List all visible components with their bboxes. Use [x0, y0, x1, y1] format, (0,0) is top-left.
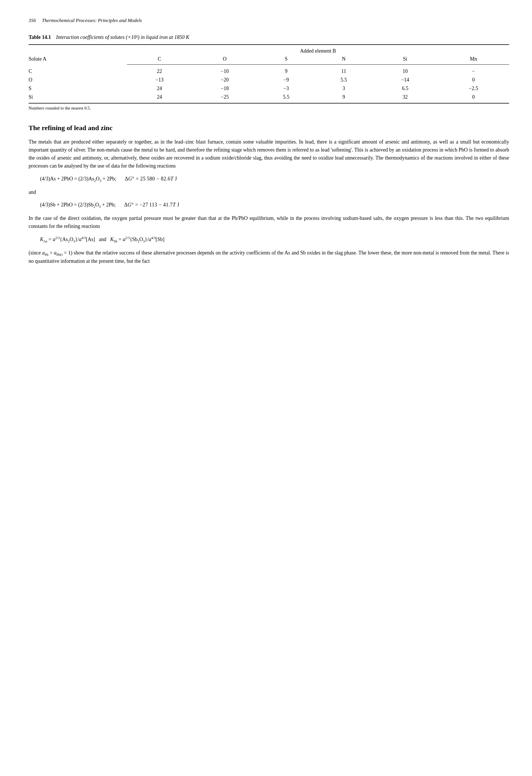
eq2-dg: ΔG° = −27 113 − 41.7T J	[124, 201, 179, 208]
page-number: 356	[29, 18, 36, 23]
row-o: −25	[192, 92, 257, 103]
row-n: 9	[315, 92, 372, 103]
row-s: −3	[257, 84, 315, 92]
col-mn-header: Mn	[438, 55, 509, 65]
row-s: 5.5	[257, 92, 315, 103]
row-mn: −	[438, 64, 509, 75]
row-o: −18	[192, 84, 257, 92]
table-caption: Table 14.1 Interaction coefficients of s…	[29, 33, 509, 41]
equation-1: (4/3)As + 2PbO = (2/3)As2O3 + 2Pb; ΔG° =…	[40, 175, 509, 183]
book-title: Thermochemical Processes: Principles and…	[42, 18, 142, 23]
row-c: 22	[127, 64, 192, 75]
paragraph-3: (since aPb = aPbO = 1) show that the rel…	[29, 249, 509, 265]
col-o-header: O	[192, 55, 257, 65]
eq1-dg: ΔG° = 25 580 − 82.6T J	[124, 175, 177, 182]
section-heading: The refining of lead and zinc	[29, 123, 509, 133]
row-n: 3	[315, 84, 372, 92]
page-header: 356 Thermochemical Processes: Principles…	[29, 17, 509, 24]
row-si: 32	[372, 92, 438, 103]
eq2-formula: (4/3)Sb + 2PbO = (2/3)Sb2O3 + 2Pb;	[40, 201, 115, 209]
interaction-table: Solute A Added element B C O S N Si Mn C…	[29, 44, 509, 104]
added-element-header: Added element B	[127, 45, 509, 55]
col-n-header: N	[315, 55, 372, 65]
row-n: 11	[315, 64, 372, 75]
table-row: Si 24 −25 5.5 9 32 0	[29, 92, 509, 103]
and-connector: and	[29, 188, 509, 196]
equation-2: (4/3)Sb + 2PbO = (2/3)Sb2O3 + 2Pb; ΔG° =…	[40, 201, 509, 209]
k-formula-block: KAs = a2/3{As2O3}/a4/3[As] and KSb = a2/…	[40, 236, 509, 244]
row-mn: −2.5	[438, 84, 509, 92]
row-o: −20	[192, 75, 257, 84]
table-row: S 24 −18 −3 3 6.5 −2.5	[29, 84, 509, 92]
k-formula: KAs = a2/3{As2O3}/a4/3[As] and KSb = a2/…	[40, 236, 165, 244]
col-solute-header: Solute A	[29, 45, 127, 65]
row-solute: C	[29, 64, 127, 75]
col-s-header: S	[257, 55, 315, 65]
row-si: 6.5	[372, 84, 438, 92]
row-c: 24	[127, 84, 192, 92]
row-solute: S	[29, 84, 127, 92]
row-si: −14	[372, 75, 438, 84]
table-row: C 22 −10 9 11 10 −	[29, 64, 509, 75]
row-s: 9	[257, 64, 315, 75]
paragraph-2: In the case of the direct oxidation, the…	[29, 214, 509, 230]
row-n: 5.5	[315, 75, 372, 84]
paragraph-1: The metals that are produced either sepa…	[29, 138, 509, 170]
row-o: −10	[192, 64, 257, 75]
row-si: 10	[372, 64, 438, 75]
row-solute: Si	[29, 92, 127, 103]
row-s: −9	[257, 75, 315, 84]
table-label: Table 14.1	[29, 34, 51, 40]
row-c: 24	[127, 92, 192, 103]
col-c-header: C	[127, 55, 192, 65]
col-si-header: Si	[372, 55, 438, 65]
eq1-formula: (4/3)As + 2PbO = (2/3)As2O3 + 2Pb;	[40, 175, 116, 183]
table-note: Numbers rounded to the nearest 0.5.	[29, 105, 509, 112]
row-mn: 0	[438, 75, 509, 84]
row-mn: 0	[438, 92, 509, 103]
table-title: Interaction coefficients of solutes (×10…	[56, 34, 189, 40]
table-row: O −13 −20 −9 5.5 −14 0	[29, 75, 509, 84]
row-solute: O	[29, 75, 127, 84]
row-c: −13	[127, 75, 192, 84]
